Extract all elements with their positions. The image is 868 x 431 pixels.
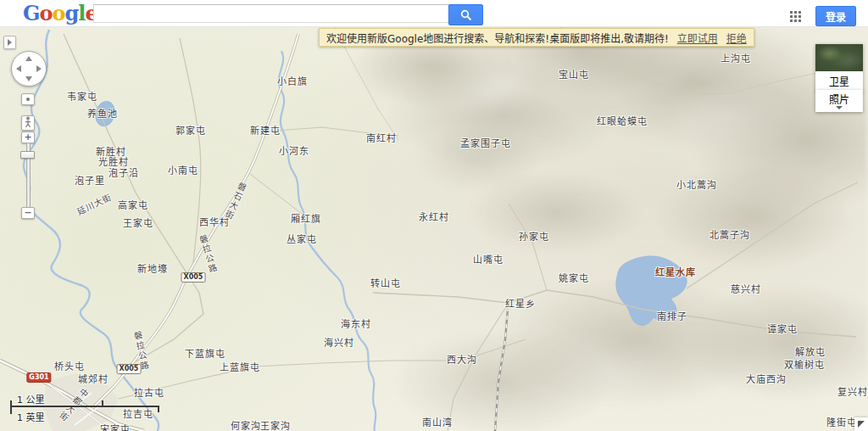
map-label: 王家沟 — [260, 418, 291, 431]
logo-letter: G — [23, 1, 40, 25]
map-label: 海兴村 — [324, 335, 354, 349]
map-label: 养鱼池 — [87, 106, 118, 120]
zoom-out-button[interactable]: − — [21, 207, 35, 219]
map-label: 泡子里 — [75, 173, 105, 187]
map-label: 新地壕 — [137, 261, 168, 275]
road-shield: X005 — [181, 272, 206, 283]
search-button[interactable] — [448, 4, 483, 25]
road-label: 磐石大街 — [220, 180, 248, 222]
map-label: 红星乡 — [505, 296, 536, 310]
map-label: 北蒿子沟 — [709, 227, 750, 241]
map-label: 山嘴屯 — [473, 252, 504, 266]
map-label: 南红村 — [366, 131, 397, 144]
panel-collapse-button[interactable] — [3, 36, 16, 49]
new-maps-notification: 欢迎使用新版Google地图进行搜索、导航和探索!桌面版即将推出,敬请期待! 立… — [319, 28, 754, 47]
map-label: 海东村 — [341, 316, 371, 330]
map-label: 慈兴村 — [731, 282, 761, 295]
map-label: 宋家屯 — [100, 422, 131, 431]
map-label: 大庙西沟 — [746, 372, 787, 385]
map-label: 姚家屯 — [559, 271, 589, 284]
decline-link[interactable]: 拒绝 — [726, 31, 747, 45]
map-label: 小北蒿沟 — [676, 177, 717, 191]
map-label: 隆街屯 — [826, 415, 857, 428]
pan-control[interactable] — [11, 51, 47, 87]
satellite-thumbnail[interactable] — [815, 44, 863, 71]
map-label: 双榆树屯 — [784, 357, 825, 371]
satellite-toggle[interactable]: 卫星 — [815, 44, 863, 92]
map-label: 复兴村 — [837, 384, 868, 398]
map-label: 拉吉屯 — [123, 406, 153, 420]
map-label: 上沟屯 — [721, 51, 751, 64]
road-shield: G301 — [26, 372, 51, 383]
map-label: 南山湾 — [422, 415, 453, 428]
satellite-label: 卫星 — [815, 71, 863, 92]
apps-grid-icon[interactable] — [790, 11, 801, 22]
map-label: 小河东 — [279, 143, 309, 157]
map-label: 南排子 — [657, 309, 687, 322]
map-label: 高家屯 — [118, 198, 148, 211]
map-label: 厢红旗 — [291, 211, 321, 225]
map-label: 何家沟 — [231, 418, 261, 431]
map-label: 泡子沿 — [108, 165, 139, 179]
chevron-down-icon — [836, 106, 843, 109]
zoom-in-button[interactable]: + — [21, 132, 35, 143]
pegman-icon — [24, 116, 32, 128]
map-label: 韦家屯 — [67, 89, 97, 103]
road-shield: X005 — [117, 364, 142, 374]
map-label: 拉古屯 — [134, 385, 164, 399]
pan-up-icon[interactable] — [25, 56, 32, 61]
map-label: 红星水库 — [655, 265, 696, 278]
logo-letter: g — [65, 1, 79, 25]
map-label: 宝山屯 — [559, 67, 589, 81]
default-view-button[interactable] — [21, 93, 35, 105]
map-label: 城郊村 — [78, 372, 108, 385]
map-label: 永红村 — [419, 210, 449, 223]
try-now-link[interactable]: 立即试用 — [677, 31, 718, 45]
road-label: 延川大街 — [75, 190, 114, 217]
map-canvas[interactable]: 韦家屯养鱼池郭家屯新建屯小白旗小河东新胜村光胜村泡子沿泡子里小南屯高家屯王家屯西… — [0, 26, 868, 431]
signin-button[interactable]: 登录 — [815, 6, 856, 26]
map-label: 下蓝旗屯 — [185, 346, 225, 360]
map-labels-layer: 韦家屯养鱼池郭家屯新建屯小白旗小河东新胜村光胜村泡子沿泡子里小南屯高家屯王家屯西… — [0, 26, 868, 431]
google-logo: Google — [23, 1, 97, 25]
header-bar: Google 登录 — [0, 0, 868, 27]
pan-right-icon[interactable] — [36, 65, 42, 72]
map-label: 桥头屯 — [54, 359, 85, 372]
zoom-slider-handle[interactable] — [20, 151, 35, 159]
search-input[interactable] — [93, 4, 459, 23]
corner-expand-button[interactable] — [854, 417, 868, 431]
map-label: 王家屯 — [123, 216, 153, 229]
logo-letter: o — [53, 1, 65, 25]
map-label: 孙家屯 — [519, 229, 549, 243]
search-icon — [460, 9, 472, 21]
notification-message: 欢迎使用新版Google地图进行搜索、导航和探索!桌面版即将推出,敬请期待! — [326, 31, 669, 45]
road-label: 中都大街 — [55, 385, 91, 424]
logo-letter: o — [40, 1, 53, 25]
map-label: 解放屯 — [795, 344, 826, 358]
map-label: 郭家屯 — [175, 123, 206, 137]
map-label: 上蓝旗屯 — [220, 360, 260, 373]
map-label: 小白旗 — [277, 74, 308, 87]
pan-left-icon[interactable] — [16, 65, 21, 72]
photos-label: 照片 — [815, 90, 863, 106]
streetview-pegman-button[interactable] — [21, 115, 35, 131]
photos-dropdown[interactable]: 照片 — [815, 90, 863, 112]
map-label: 孟家围子屯 — [460, 136, 511, 149]
map-label: 新建屯 — [250, 123, 281, 137]
map-label: 谭家屯 — [767, 322, 798, 335]
pan-down-icon[interactable] — [25, 76, 32, 81]
map-label: 西大沟 — [447, 352, 477, 366]
road-label: 磐拉公路 — [196, 233, 220, 276]
map-label: 小南屯 — [168, 163, 198, 176]
map-label: 转山屯 — [370, 276, 401, 289]
map-label: 丛家屯 — [287, 232, 317, 245]
map-label: 红眼蛤蟆屯 — [597, 114, 648, 127]
